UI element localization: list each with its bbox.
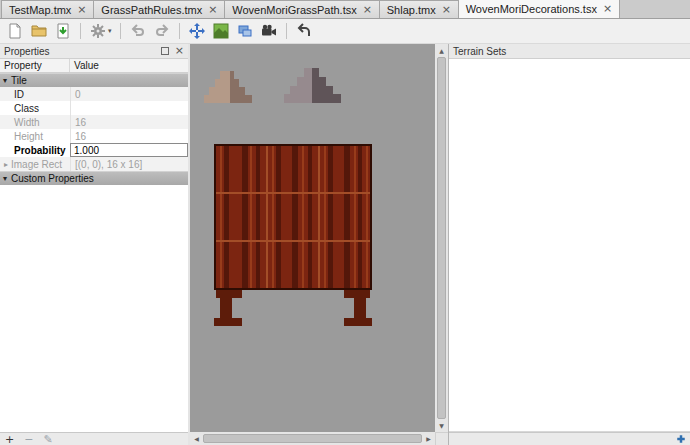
horizontal-scroll-track[interactable]	[203, 432, 422, 445]
toolbar-separator	[179, 23, 180, 39]
undo-button[interactable]	[127, 21, 149, 42]
property-row-class: Class	[0, 101, 188, 115]
redo-icon	[154, 23, 170, 39]
close-icon[interactable]: ×	[363, 5, 372, 15]
back-to-map-button[interactable]	[293, 21, 315, 42]
add-property-button[interactable]: +	[5, 434, 14, 445]
property-name: ▸ Image Rect	[0, 159, 70, 170]
tiled-editor-window: TestMap.tmx × GrassPathRules.tmx × Woven…	[0, 0, 690, 445]
terrain-editor-button[interactable]	[210, 21, 232, 42]
tab-wovenmoridecorations[interactable]: WovenMoriDecorations.tsx ×	[458, 0, 620, 18]
property-row-width: Width 16	[0, 115, 188, 129]
export-button[interactable]	[87, 21, 109, 42]
undo-icon	[130, 23, 146, 39]
properties-panel-header: Properties ×	[0, 44, 188, 59]
close-icon[interactable]: ×	[603, 4, 612, 14]
dropdown-caret-icon[interactable]: ▾	[108, 27, 112, 35]
edit-property-button[interactable]: ✎	[43, 434, 52, 445]
section-header-tile[interactable]: ▾ Tile	[0, 73, 188, 87]
close-icon[interactable]: ×	[442, 5, 451, 15]
terrain-sets-list	[449, 59, 690, 432]
export-gear-icon	[90, 23, 106, 39]
tab-label: Shlap.tmx	[387, 4, 436, 16]
scrollbar-corner	[435, 432, 448, 445]
property-name: Probability	[0, 145, 70, 156]
return-arrow-icon	[296, 23, 312, 39]
expand-icon[interactable]: ▸	[4, 160, 8, 169]
float-panel-icon[interactable]	[161, 47, 169, 55]
terrain-sets-header: Terrain Sets	[449, 44, 690, 59]
toolbar-separator	[80, 23, 81, 39]
plus-icon	[676, 434, 686, 444]
properties-column-headers: Property Value	[0, 59, 188, 73]
terrain-sets-title: Terrain Sets	[453, 46, 506, 57]
animation-editor-button[interactable]	[258, 21, 280, 42]
property-name: ID	[0, 89, 70, 100]
column-header-value: Value	[70, 59, 188, 72]
canvas-vertical-scrollbar[interactable]: ▲ ▼	[435, 44, 448, 432]
movie-camera-icon	[261, 23, 277, 39]
tileset-canvas[interactable]: ▲ ▼ ◀ ▶	[190, 44, 448, 445]
close-icon[interactable]: ×	[77, 5, 86, 15]
tab-label: TestMap.tmx	[9, 4, 71, 16]
remove-property-button[interactable]: −	[24, 434, 33, 445]
properties-empty-area	[0, 185, 188, 432]
new-file-icon	[7, 23, 23, 39]
collision-shapes-icon	[237, 23, 253, 39]
property-name: Width	[0, 117, 70, 128]
main-toolbar: ▾	[0, 19, 690, 44]
tab-shlap[interactable]: Shlap.tmx ×	[379, 0, 459, 18]
tab-testmap[interactable]: TestMap.tmx ×	[1, 0, 94, 18]
tab-wovenmorigrasspath[interactable]: WovenMoriGrassPath.tsx ×	[224, 0, 380, 18]
vertical-scroll-thumb[interactable]	[437, 57, 446, 419]
collision-editor-button[interactable]	[234, 21, 256, 42]
save-button[interactable]	[52, 21, 74, 42]
open-file-button[interactable]	[28, 21, 50, 42]
scroll-right-icon[interactable]: ▶	[422, 432, 435, 445]
vertical-scroll-track[interactable]	[435, 57, 448, 419]
terrain-icon	[213, 23, 229, 39]
property-row-probability: Probability 1.000	[0, 143, 188, 157]
canvas-horizontal-scrollbar[interactable]: ◀ ▶	[190, 432, 435, 445]
property-value-input[interactable]: 1.000	[70, 143, 188, 157]
property-value[interactable]: 16	[70, 129, 188, 143]
save-icon	[55, 23, 71, 39]
scroll-down-icon[interactable]: ▼	[435, 419, 448, 432]
properties-panel-title: Properties	[4, 46, 50, 57]
tileset-view[interactable]	[190, 44, 435, 432]
toolbar-separator	[286, 23, 287, 39]
section-label: Custom Properties	[11, 173, 94, 184]
section-label: Tile	[11, 75, 27, 86]
open-folder-icon	[31, 23, 47, 39]
property-name: Class	[0, 103, 70, 114]
horizontal-scroll-thumb[interactable]	[203, 434, 422, 443]
property-value[interactable]	[70, 101, 188, 115]
tab-label: GrassPathRules.tmx	[101, 4, 202, 16]
property-value[interactable]: 16	[70, 115, 188, 129]
property-row-id: ID 0	[0, 87, 188, 101]
properties-panel: Properties × Property Value ▾ Tile ID 0 …	[0, 44, 190, 445]
toolbar-separator	[120, 23, 121, 39]
add-terrain-set-button[interactable]	[676, 434, 686, 444]
property-value[interactable]: 0	[70, 87, 188, 101]
section-header-custom-properties[interactable]: ▾ Custom Properties	[0, 171, 188, 185]
close-icon[interactable]: ×	[208, 5, 217, 15]
property-row-height: Height 16	[0, 129, 188, 143]
tab-grasspathrules[interactable]: GrassPathRules.tmx ×	[93, 0, 225, 18]
scroll-up-icon[interactable]: ▲	[435, 44, 448, 57]
collapse-icon: ▾	[3, 174, 7, 183]
document-tab-bar: TestMap.tmx × GrassPathRules.tmx × Woven…	[0, 0, 690, 19]
new-file-button[interactable]	[4, 21, 26, 42]
tab-label: WovenMoriGrassPath.tsx	[232, 4, 357, 16]
property-value[interactable]: [(0, 0), 16 x 16]	[70, 157, 188, 171]
rearrange-tiles-button[interactable]	[186, 21, 208, 42]
column-header-property: Property	[0, 59, 70, 72]
move-arrows-icon	[189, 23, 205, 39]
property-name: Height	[0, 131, 70, 142]
redo-button[interactable]	[151, 21, 173, 42]
dresser-tiles	[214, 144, 372, 290]
scroll-left-icon[interactable]: ◀	[190, 432, 203, 445]
terrain-bottom-toolbar	[449, 432, 690, 445]
content-area: Properties × Property Value ▾ Tile ID 0 …	[0, 44, 690, 445]
close-panel-icon[interactable]: ×	[175, 46, 184, 56]
